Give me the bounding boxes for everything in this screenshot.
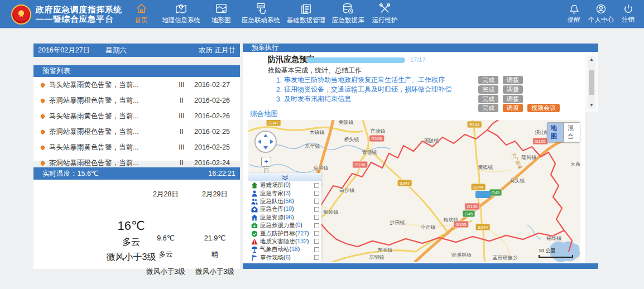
nav-item-documents[interactable]: 基础数据管理 bbox=[283, 2, 329, 25]
layer-panel-collapse-button[interactable] bbox=[248, 173, 321, 181]
scrollbar-thumb[interactable] bbox=[589, 70, 594, 95]
top-header: ★ 政府应急调度指挥系统 ——暨综合应急平台 首页地理信息系统地形图SOS应急联… bbox=[0, 0, 644, 29]
map-town-label: 青塘镇 bbox=[362, 149, 377, 156]
task-number: 1. bbox=[276, 76, 282, 84]
nav-item-gis-map-pin[interactable]: 地理信息系统 bbox=[158, 2, 204, 25]
map-town-label: 黄磜镇 bbox=[478, 164, 493, 171]
nav-item-label: 基础数据管理 bbox=[287, 16, 325, 25]
warning-list-item[interactable]: 茶洞站暴雨橙色告警，当前...II2016-02-26 bbox=[33, 93, 240, 108]
layer-checkbox[interactable] bbox=[314, 223, 319, 228]
layer-checkbox[interactable] bbox=[314, 255, 319, 260]
warning-list-item[interactable]: 马头站暴雨黄色告警，当前...III2016-02-26 bbox=[33, 108, 240, 124]
task-complete-button[interactable]: 完成 bbox=[478, 85, 498, 94]
tools-icon bbox=[378, 2, 391, 15]
task-complete-button[interactable]: 完成 bbox=[478, 76, 498, 84]
layer-label: 地质灾害隐患(132) bbox=[260, 238, 309, 245]
layer-checkbox[interactable] bbox=[314, 239, 319, 244]
clock-time: 16:22:21 bbox=[208, 170, 236, 177]
task-text[interactable]: 及时发布汛期结束信息 bbox=[284, 94, 351, 104]
warning-list-item[interactable]: 马头站暴雨黄色告警，当前...III2016-02-27 bbox=[33, 77, 240, 93]
scroll-down-icon[interactable]: ▼ bbox=[588, 103, 595, 108]
nav-item-terrain-map[interactable]: 地形图 bbox=[204, 2, 238, 25]
user-action-bell[interactable]: 提醒 bbox=[564, 3, 584, 24]
user-action-user-circle[interactable]: 个人中心 bbox=[584, 3, 618, 24]
plan-progress-bar bbox=[306, 57, 405, 63]
user-action-label: 提醒 bbox=[568, 16, 580, 24]
layer-item-hazard[interactable]: 地质灾害隐患(132) bbox=[248, 238, 321, 245]
warning-list-item[interactable]: 马头站暴雨黄色告警，当前...III2016-02-25 bbox=[33, 139, 240, 155]
road-badge-S347: S347 bbox=[397, 180, 412, 187]
map-type-map-button[interactable]: 地图 bbox=[547, 122, 564, 142]
map-town-label: 蓝田瑶族乡 bbox=[493, 254, 518, 262]
map-town-label: 官渡镇 bbox=[371, 128, 386, 135]
nav-item-sos-hand[interactable]: SOS应急联动系统 bbox=[238, 2, 283, 25]
scroll-up-icon[interactable]: ▲ bbox=[588, 57, 595, 62]
layer-item-team[interactable]: 应急队伍(56) bbox=[248, 198, 321, 205]
warning-level: III bbox=[169, 143, 194, 151]
map-town-label: 马头镇 bbox=[510, 177, 525, 185]
task-dispatch-button[interactable]: 调拨 bbox=[503, 95, 523, 103]
task-text[interactable]: 事发地三防协助当地政府恢复正常生活生产、工作秩序 bbox=[284, 75, 445, 85]
plan-progress-label: 17/17 bbox=[410, 56, 426, 63]
nav-item-home[interactable]: 首页 bbox=[124, 2, 158, 25]
road-badge-G105: G105 bbox=[464, 203, 480, 210]
layer-item-shield[interactable]: 重点防护目标(727) bbox=[248, 229, 321, 237]
warning-level: II bbox=[169, 128, 194, 136]
forecast-wind: 微风小于3级 bbox=[190, 267, 240, 277]
documents-icon bbox=[300, 2, 313, 15]
user-action-power[interactable]: 注销 bbox=[618, 3, 638, 24]
map-pan-control[interactable] bbox=[254, 130, 277, 153]
layer-item-resource[interactable]: 应急资源(96) bbox=[248, 214, 321, 221]
road-badge-G106: G106 bbox=[352, 161, 368, 168]
task-dispatch-button[interactable]: 调拨 bbox=[503, 76, 523, 84]
road-badge-S244: S244 bbox=[475, 224, 491, 231]
forecast-temp: 21.9℃ bbox=[190, 234, 240, 242]
layer-checkbox[interactable] bbox=[314, 207, 319, 212]
tab-composite-map[interactable]: 综合地图 bbox=[248, 109, 280, 121]
user-action-label: 注销 bbox=[622, 16, 635, 24]
warning-date: 2016-02-25 bbox=[194, 128, 240, 136]
app-title-line1: 政府应急调度指挥系统 bbox=[36, 5, 122, 15]
warehouse-icon bbox=[251, 206, 258, 213]
weather-station-icon bbox=[251, 246, 258, 253]
layer-checkbox[interactable] bbox=[314, 191, 319, 196]
layer-label: 气象自动站(18) bbox=[260, 245, 300, 253]
layer-checkbox[interactable] bbox=[314, 247, 319, 252]
warning-text: 茶洞站暴雨橙色告警，当前... bbox=[49, 158, 169, 168]
plan-task-row: 1.事发地三防协助当地政府恢复正常生活生产、工作秩序完成调拨 bbox=[276, 75, 578, 85]
warning-level: II bbox=[169, 97, 194, 104]
layer-item-shelter[interactable]: 避难场所(0) bbox=[248, 181, 321, 189]
bell-icon bbox=[569, 3, 580, 15]
warning-list-item[interactable]: 茶洞站暴雨橙色告警，当前...II2016-02-25 bbox=[33, 124, 240, 139]
nav-item-database-clock[interactable]: 应急数据库 bbox=[329, 2, 368, 25]
plan-scrollbar[interactable]: ▲ ▼ bbox=[588, 56, 595, 109]
layer-item-flag[interactable]: 事件现场(6) bbox=[248, 254, 321, 262]
plan-video-conference-button[interactable]: 视频会议 bbox=[527, 104, 560, 112]
layer-checkbox[interactable] bbox=[314, 183, 319, 188]
plan-dispatch-button[interactable]: 调度 bbox=[503, 104, 523, 112]
map-highlight-marker[interactable] bbox=[475, 191, 491, 198]
database-clock-icon bbox=[342, 2, 354, 15]
layer-label: 避难场所(0) bbox=[260, 181, 291, 189]
layer-checkbox[interactable] bbox=[314, 215, 319, 220]
nav-item-label: 运行维护 bbox=[372, 16, 398, 25]
layer-item-rescue[interactable]: 应急救援力量(0) bbox=[248, 221, 321, 229]
map-town-label: 小正镇 bbox=[421, 224, 436, 231]
task-text[interactable]: 征用物资设备，交通运输工具及时归还，损坏做合理补偿 bbox=[284, 85, 451, 94]
layer-item-weather-station[interactable]: 气象自动站(18) bbox=[248, 245, 321, 253]
map-type-hybrid-button[interactable]: 混合 bbox=[564, 122, 580, 142]
nav-item-tools[interactable]: 运行维护 bbox=[368, 2, 402, 25]
weather-panel-header: 实时温度：15.6℃ 16:22:21 bbox=[33, 167, 240, 180]
layer-item-expert[interactable]: 应急专家(3) bbox=[248, 189, 321, 197]
layer-checkbox[interactable] bbox=[314, 231, 319, 236]
plan-task-row: 2.征用物资设备，交通运输工具及时归还，损坏做合理补偿完成调拨 bbox=[276, 85, 578, 94]
layer-checkbox[interactable] bbox=[314, 199, 319, 204]
composite-map[interactable]: 大广高速 大广高速 黄陂镇大镇镇官渡镇桥头镇东华镇青塘镇鱼湾镇白沙镇周陂镇黄磜镇… bbox=[248, 120, 580, 262]
layer-item-warehouse[interactable]: 应急仓库(10) bbox=[248, 205, 321, 213]
map-zoom-in-button[interactable]: + bbox=[261, 157, 271, 167]
layer-label: 应急资源(96) bbox=[260, 214, 294, 221]
warning-text: 马头站暴雨黄色告警，当前... bbox=[49, 112, 169, 121]
task-dispatch-button[interactable]: 调拨 bbox=[503, 85, 523, 94]
task-complete-button[interactable]: 完成 bbox=[478, 95, 498, 103]
plan-complete-button[interactable]: 完成 bbox=[478, 104, 498, 112]
